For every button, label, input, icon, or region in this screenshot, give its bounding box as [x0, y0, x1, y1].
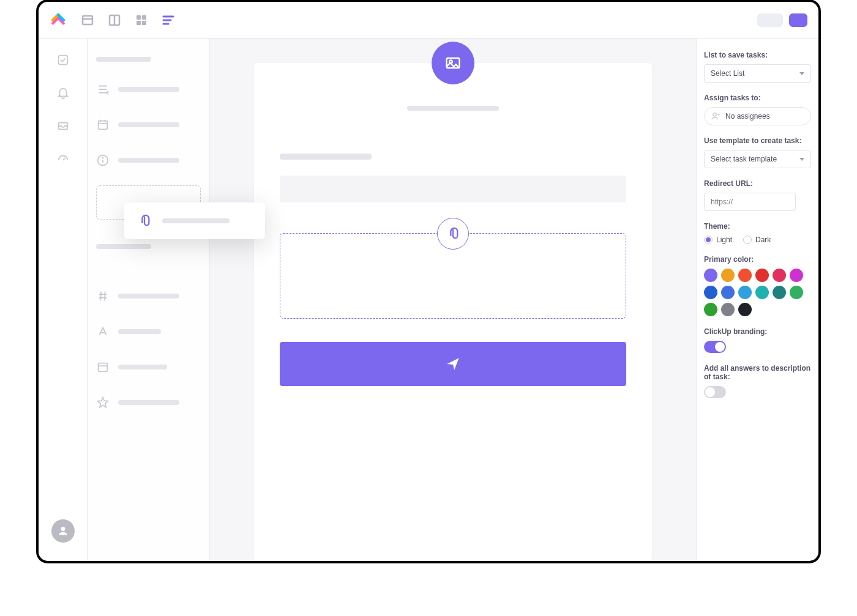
list-view-icon[interactable]	[80, 13, 95, 28]
form-card	[254, 63, 652, 561]
color-swatch[interactable]	[704, 286, 717, 299]
app-logo[interactable]	[50, 12, 67, 29]
chevron-down-icon	[799, 72, 804, 75]
svg-rect-30	[99, 363, 108, 372]
dashboard-icon[interactable]	[56, 152, 70, 166]
branding-label: ClickUp branding:	[704, 327, 811, 336]
svg-rect-11	[58, 56, 67, 65]
user-avatar[interactable]	[51, 519, 75, 543]
dragging-field-card[interactable]	[124, 202, 265, 239]
template-label: Use template to create task:	[704, 136, 811, 145]
board-view-icon[interactable]	[107, 13, 122, 28]
nav-rail	[39, 39, 88, 561]
form-title-placeholder	[407, 106, 499, 111]
attachment-circle-icon	[437, 218, 469, 250]
svg-rect-18	[99, 121, 108, 130]
attachment-icon	[138, 214, 151, 228]
svg-point-14	[61, 527, 65, 531]
top-bar	[39, 2, 818, 39]
svg-rect-6	[137, 21, 141, 25]
submit-button[interactable]	[280, 342, 626, 386]
field-text[interactable]	[96, 324, 201, 340]
field-label	[118, 400, 179, 405]
theme-dark-radio[interactable]: Dark	[743, 236, 771, 244]
field-label	[118, 329, 161, 334]
color-swatch[interactable]	[790, 286, 803, 299]
branding-toggle[interactable]	[704, 341, 726, 353]
calendar-icon	[96, 118, 110, 132]
app-window: List to save tasks: Select List Assign t…	[37, 0, 820, 563]
answers-label: Add all answers to description of task:	[704, 364, 811, 381]
svg-line-28	[105, 292, 105, 301]
assign-label: Assign tasks to:	[704, 94, 811, 102]
field-date2[interactable]	[96, 359, 201, 375]
form-field-label	[280, 154, 372, 160]
hash-icon	[96, 289, 110, 303]
color-swatch[interactable]	[755, 286, 769, 299]
field-label	[118, 158, 179, 163]
svg-rect-0	[83, 16, 92, 24]
svg-line-13	[63, 158, 65, 160]
color-swatch[interactable]	[755, 269, 769, 282]
top-right-actions	[757, 13, 807, 27]
header-action-1[interactable]	[757, 13, 783, 27]
color-swatch[interactable]	[738, 269, 752, 282]
template-select[interactable]: Select task template	[704, 150, 811, 168]
header-action-2[interactable]	[789, 13, 807, 27]
list-label: List to save tasks:	[704, 51, 811, 59]
color-swatch[interactable]	[721, 303, 735, 316]
svg-point-34	[713, 113, 716, 116]
radio-dot-icon	[743, 236, 752, 244]
svg-point-24	[103, 158, 103, 158]
chevron-down-icon	[799, 158, 804, 161]
color-swatch[interactable]	[790, 269, 803, 282]
attachment-dropzone[interactable]	[280, 233, 626, 319]
calendar-icon	[96, 360, 110, 374]
color-swatch[interactable]	[721, 269, 735, 282]
color-swatch[interactable]	[773, 286, 786, 299]
answers-toggle[interactable]	[704, 386, 726, 398]
form-image-button[interactable]	[432, 42, 474, 84]
primary-color-label: Primary color:	[704, 255, 811, 264]
tasks-icon[interactable]	[56, 53, 70, 67]
redirect-label: Redirect URL:	[704, 179, 811, 188]
field-info[interactable]	[96, 152, 201, 168]
field-date[interactable]	[96, 117, 201, 133]
list-select-value: Select List	[711, 69, 744, 78]
view-tabs	[80, 13, 176, 28]
user-plus-icon	[711, 111, 720, 121]
notifications-icon[interactable]	[56, 86, 70, 100]
theme-light-radio[interactable]: Light	[704, 236, 732, 244]
list-select[interactable]: Select List	[704, 64, 811, 83]
settings-panel: List to save tasks: Select List Assign t…	[696, 39, 818, 561]
color-swatch[interactable]	[704, 303, 717, 316]
field-label	[118, 294, 179, 299]
field-rating[interactable]	[96, 395, 201, 410]
dragging-field-label	[162, 218, 230, 223]
form-text-input[interactable]	[280, 176, 626, 202]
field-number[interactable]	[96, 288, 201, 304]
color-swatch[interactable]	[721, 286, 735, 299]
inbox-icon[interactable]	[56, 119, 70, 133]
form-view-icon[interactable]	[161, 13, 176, 28]
radio-dot-icon	[704, 236, 713, 244]
info-icon	[96, 154, 110, 167]
field-priority[interactable]	[96, 81, 201, 97]
svg-rect-5	[142, 15, 146, 20]
svg-rect-4	[137, 15, 141, 20]
color-swatch[interactable]	[738, 303, 752, 316]
theme-label: Theme:	[704, 222, 811, 231]
grid-view-icon[interactable]	[134, 13, 149, 28]
assignee-select[interactable]: No assignees	[704, 107, 811, 125]
field-label	[118, 365, 167, 369]
color-swatch[interactable]	[773, 269, 786, 282]
text-icon	[96, 325, 110, 338]
assignee-value: No assignees	[725, 112, 770, 121]
color-swatches	[704, 269, 811, 316]
priority-icon	[96, 83, 110, 96]
theme-dark-label: Dark	[755, 236, 771, 244]
color-swatch[interactable]	[704, 269, 717, 282]
color-swatch[interactable]	[738, 286, 752, 299]
redirect-input[interactable]	[704, 193, 796, 211]
svg-rect-7	[142, 21, 146, 25]
